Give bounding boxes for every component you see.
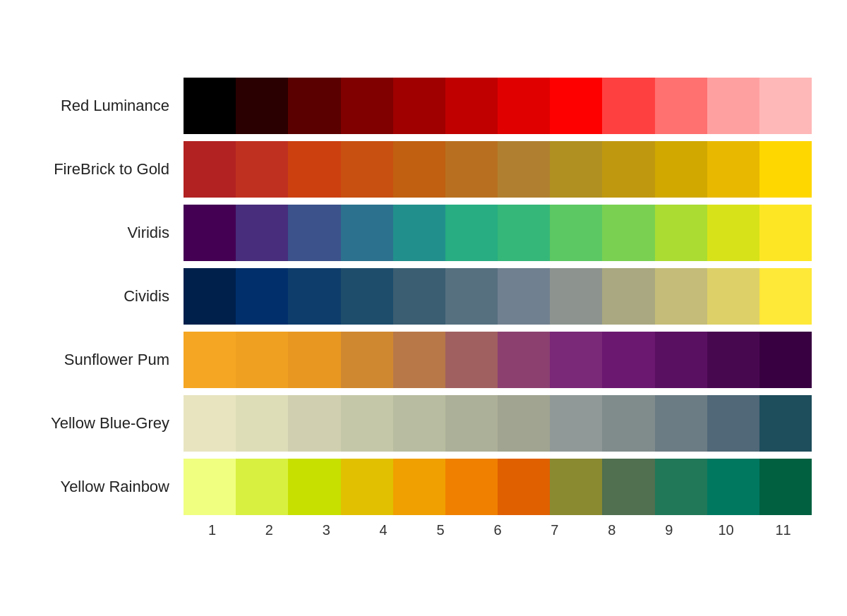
color-swatch: [602, 268, 654, 325]
color-swatch: [498, 332, 550, 388]
color-swatch: [341, 459, 393, 515]
color-swatch: [341, 141, 393, 198]
color-swatch: [550, 268, 602, 325]
color-swatch: [393, 78, 445, 134]
color-swatch: [393, 268, 445, 325]
color-swatch: [393, 332, 445, 388]
palette-row: Yellow Rainbow: [35, 459, 812, 515]
palette-label: FireBrick to Gold: [35, 160, 184, 179]
axis-label: 2: [241, 522, 298, 538]
color-swatch: [288, 395, 340, 452]
color-swatch: [498, 268, 550, 325]
axis-label: 4: [355, 522, 412, 538]
color-swatch: [445, 205, 498, 261]
color-swatch: [655, 395, 707, 452]
color-swatch: [498, 459, 550, 515]
palette-label: Yellow Rainbow: [35, 478, 184, 496]
palette-label: Viridis: [35, 224, 184, 242]
color-swatch: [445, 141, 498, 198]
palette-label: Cividis: [35, 287, 184, 306]
color-swatch: [341, 332, 393, 388]
color-swatch: [236, 78, 288, 134]
palette-label: Sunflower Pum: [35, 351, 184, 369]
color-swatch: [288, 332, 340, 388]
color-swatch: [288, 78, 340, 134]
axis-label: 1: [184, 522, 241, 538]
axis-label: 6: [469, 522, 527, 538]
color-swatch: [655, 205, 707, 261]
color-swatch: [602, 459, 654, 515]
color-swatch: [707, 268, 759, 325]
color-swatch: [341, 395, 393, 452]
color-swatch: [393, 395, 445, 452]
color-swatch: [602, 205, 654, 261]
color-swatch: [393, 205, 445, 261]
color-swatch: [393, 459, 445, 515]
color-swatch: [655, 332, 707, 388]
color-swatch: [550, 78, 602, 134]
color-swatch: [759, 78, 812, 134]
color-swatch: [550, 459, 602, 515]
color-swatch: [550, 141, 602, 198]
palette-swatches: [184, 205, 812, 261]
color-swatch: [655, 459, 707, 515]
palette-swatches: [184, 78, 812, 134]
axis-label: 8: [583, 522, 640, 538]
color-swatch: [759, 268, 812, 325]
color-swatch: [184, 78, 236, 134]
color-swatch: [445, 459, 498, 515]
palette-swatches: [184, 141, 812, 198]
palette-swatches: [184, 459, 812, 515]
palette-swatches: [184, 332, 812, 388]
axis-label: 10: [697, 522, 755, 538]
palette-swatches: [184, 395, 812, 452]
color-swatch: [445, 395, 498, 452]
chart-container: Red LuminanceFireBrick to GoldViridisCiv…: [35, 64, 812, 552]
color-swatch: [602, 395, 654, 452]
color-swatch: [707, 332, 759, 388]
color-swatch: [602, 141, 654, 198]
palette-label: Yellow Blue-Grey: [35, 414, 184, 433]
color-swatch: [759, 205, 812, 261]
color-swatch: [759, 141, 812, 198]
palette-swatches: [184, 268, 812, 325]
color-swatch: [184, 205, 236, 261]
palette-label: Red Luminance: [35, 97, 184, 115]
color-swatch: [288, 268, 340, 325]
color-swatch: [602, 332, 654, 388]
color-swatch: [393, 141, 445, 198]
color-swatch: [602, 78, 654, 134]
color-swatch: [759, 395, 812, 452]
color-swatch: [550, 205, 602, 261]
color-swatch: [236, 332, 288, 388]
axis-label: 11: [755, 522, 812, 538]
color-swatch: [288, 459, 340, 515]
color-swatch: [445, 332, 498, 388]
color-swatch: [184, 141, 236, 198]
color-swatch: [341, 268, 393, 325]
color-swatch: [184, 395, 236, 452]
color-swatch: [707, 459, 759, 515]
color-swatch: [707, 395, 759, 452]
color-swatch: [550, 332, 602, 388]
axis-label: 5: [412, 522, 469, 538]
color-swatch: [498, 205, 550, 261]
color-swatch: [655, 268, 707, 325]
axis-label: 7: [526, 522, 583, 538]
color-swatch: [655, 141, 707, 198]
axis-row: 1234567891011: [35, 522, 812, 538]
color-swatch: [655, 78, 707, 134]
axis-labels: 1234567891011: [184, 522, 812, 538]
axis-label: 3: [298, 522, 355, 538]
color-swatch: [236, 459, 288, 515]
color-swatch: [445, 78, 498, 134]
color-swatch: [707, 141, 759, 198]
color-swatch: [759, 332, 812, 388]
color-swatch: [236, 395, 288, 452]
palette-row: Sunflower Pum: [35, 332, 812, 388]
color-swatch: [184, 268, 236, 325]
color-swatch: [236, 141, 288, 198]
palette-row: Yellow Blue-Grey: [35, 395, 812, 452]
palette-row: Cividis: [35, 268, 812, 325]
color-swatch: [288, 205, 340, 261]
